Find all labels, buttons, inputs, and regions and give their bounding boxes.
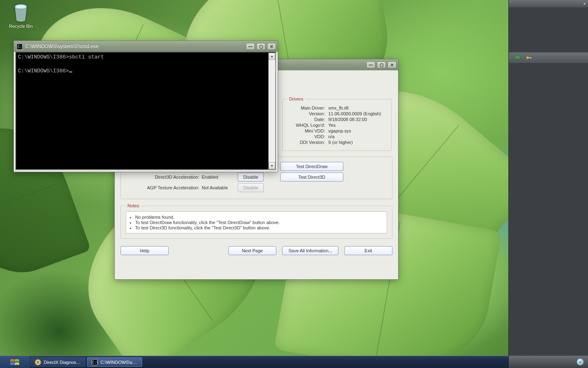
minivdd-value: vgapnp.sys (328, 128, 351, 133)
windows-logo-icon (9, 358, 20, 367)
direct3d-label: Direct3D Acceleration: (126, 175, 199, 180)
svg-rect-4 (517, 59, 518, 60)
disable-agp-button: Disable (238, 183, 264, 192)
host-topstrip: ▾ (509, 0, 588, 7)
cmd-title: C:\WINDOWS\system32\cmd.exe (25, 44, 246, 49)
exit-button[interactable]: Exit (344, 246, 392, 255)
test-directdraw-button[interactable]: Test DirectDraw (280, 162, 343, 171)
cmd-content: C:\WINDOWS\I386>sbctl start C:\WINDOWS\I… (16, 53, 268, 169)
version-label: Version: (287, 111, 325, 116)
cmd-icon: C:\ (16, 43, 23, 50)
host-sidebar: ▾ » (508, 0, 588, 368)
maximize-button[interactable]: ▢ (256, 43, 265, 50)
recycle-bin-desktop-icon[interactable]: Recycle Bin (5, 3, 37, 29)
svg-rect-7 (530, 57, 531, 59)
date-value: 9/18/2008 08:32:00 (328, 117, 367, 122)
vdd-label: VDD: (287, 134, 325, 139)
main-driver-value: vmx_fb.dll (328, 105, 349, 110)
scroll-track[interactable] (269, 60, 275, 162)
help-button[interactable]: Help (120, 246, 169, 255)
scroll-up-button[interactable]: ▲ (269, 53, 275, 60)
test-direct3d-button[interactable]: Test Direct3D (280, 173, 343, 182)
taskbar-item-cmd[interactable]: C:\ C:\WINDOWS\sys... (87, 357, 142, 367)
cmd-body[interactable]: C:\WINDOWS\I386>sbctl start C:\WINDOWS\I… (16, 52, 276, 170)
cmd-scrollbar[interactable]: ▲ ▼ (268, 53, 275, 169)
ddi-value: 9 (or higher) (328, 140, 353, 145)
minimize-button[interactable]: — (246, 43, 255, 50)
whql-label: WHQL Logo'd: (287, 123, 325, 128)
next-page-button[interactable]: Next Page (228, 246, 276, 255)
cursor-icon (69, 72, 72, 72)
scroll-down-button[interactable]: ▼ (269, 162, 275, 169)
agp-label: AGP Texture Acceleration: (126, 185, 199, 190)
recycle-bin-label: Recycle Bin (9, 24, 33, 29)
date-label: Date: (287, 117, 325, 122)
host-bottombar: » (509, 356, 588, 368)
close-button[interactable]: ✕ (388, 61, 396, 68)
cmd-titlebar[interactable]: C:\ C:\WINDOWS\system32\cmd.exe — ▢ ✕ (14, 41, 278, 52)
chevron-down-icon[interactable]: ▾ (584, 2, 586, 6)
minivdd-label: Mini VDD: (287, 128, 325, 133)
recycle-bin-icon (13, 3, 29, 22)
taskbar-item-label: C:\WINDOWS\sys... (100, 360, 138, 365)
close-button[interactable]: ✕ (267, 43, 276, 50)
main-driver-label: Main Driver: (287, 105, 325, 110)
expand-chevron-icon[interactable]: » (577, 358, 584, 366)
notes-legend: Notes (126, 203, 141, 208)
svg-text:C:\: C:\ (92, 361, 98, 364)
version-value: 11.06.0000.0009 (English) (328, 111, 381, 116)
notes-group: Notes No problems found. To test DirectD… (120, 203, 392, 239)
minimize-button[interactable]: — (366, 61, 375, 68)
whql-value: Yes (328, 123, 336, 128)
vdd-value: n/a (328, 134, 334, 139)
host-tray (509, 52, 588, 63)
drivers-group: Drivers Main Driver:vmx_fb.dll Version:1… (282, 96, 392, 151)
cmd-task-icon: C:\ (91, 359, 98, 366)
save-all-button[interactable]: Save All Information... (282, 246, 339, 255)
svg-rect-3 (515, 56, 520, 59)
key-tray-icon[interactable] (526, 55, 532, 61)
direct3d-value: Enabled (202, 175, 238, 180)
disable-direct3d-button[interactable]: Disable (238, 173, 264, 182)
taskbar-item-dxdiag[interactable]: DirectX Diagnostic... (30, 357, 85, 367)
dxdiag-task-icon (35, 359, 41, 366)
taskbar: DirectX Diagnostic... C:\ C:\WINDOWS\sys… (0, 356, 508, 368)
start-button[interactable] (0, 356, 29, 368)
monitor-tray-icon[interactable] (514, 55, 520, 61)
note-item: To test DirectDraw functionality, click … (135, 220, 384, 225)
note-item: To test Direct3D functionality, click th… (135, 225, 384, 230)
drivers-legend: Drivers (287, 96, 305, 101)
cmd-window: C:\ C:\WINDOWS\system32\cmd.exe — ▢ ✕ C:… (13, 40, 278, 172)
agp-value: Not Available (202, 185, 238, 190)
ddi-label: DDI Version: (287, 140, 325, 145)
taskbar-item-label: DirectX Diagnostic... (44, 360, 81, 365)
svg-text:C:\: C:\ (18, 45, 23, 49)
maximize-button[interactable]: ▢ (377, 61, 386, 68)
note-item: No problems found. (135, 215, 384, 220)
